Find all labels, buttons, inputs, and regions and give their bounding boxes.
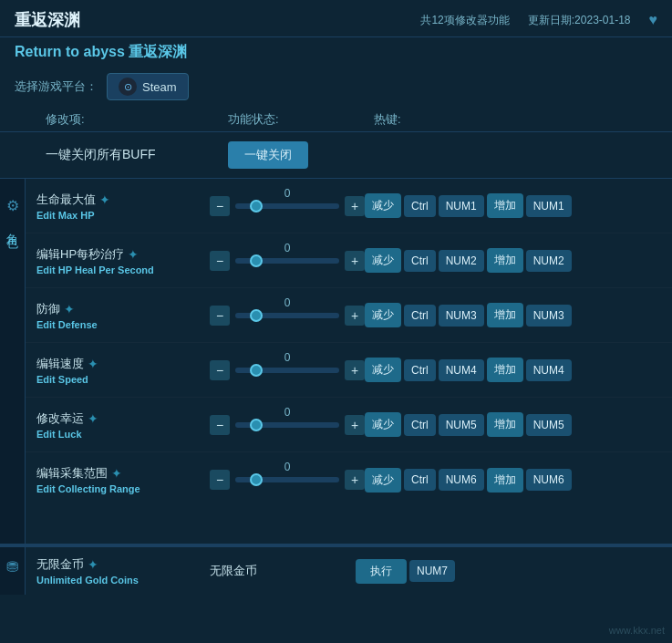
slider-plus-0[interactable]: + — [345, 196, 365, 216]
increase-btn-3[interactable]: 增加 — [487, 358, 523, 382]
slider-minus-4[interactable]: − — [210, 415, 230, 435]
decrease-btn-5[interactable]: 减少 — [365, 468, 401, 493]
slider-thumb-2 — [250, 309, 263, 322]
slider-plus-4[interactable]: + — [345, 415, 365, 435]
decrease-btn-3[interactable]: 减少 — [365, 358, 401, 382]
ctrl-btn-4[interactable]: Ctrl — [404, 414, 436, 436]
slider-track-4[interactable]: 0 — [235, 422, 339, 428]
increase-btn-5[interactable]: 增加 — [487, 468, 523, 493]
execute-button[interactable]: 执行 — [356, 559, 407, 584]
mod-info-3: 编辑速度 ✦ Edit Speed — [36, 356, 210, 385]
num-inc-btn-1[interactable]: NUM2 — [526, 250, 572, 272]
num-dec-btn-2[interactable]: NUM3 — [439, 305, 484, 327]
mod-info-0: 生命最大值 ✦ Edit Max HP — [36, 192, 210, 221]
hotkey-area-0: 减少 Ctrl NUM1 增加 NUM1 — [365, 193, 661, 218]
mod-name-en-0: Edit Max HP — [36, 210, 210, 221]
mod-info-5: 编辑采集范围 ✦ Edit Collecting Range — [36, 465, 210, 494]
mod-info-4: 修改幸运 ✦ Edit Luck — [36, 410, 210, 440]
increase-btn-0[interactable]: 增加 — [487, 193, 523, 218]
num-inc-btn-5[interactable]: NUM6 — [526, 469, 572, 491]
bottom-section: ⛃ 无限金币 ✦ Unlimited Gold Coins 无限金币 执行 NU… — [0, 545, 672, 595]
slider-plus-1[interactable]: + — [345, 251, 365, 271]
onekey-row: 一键关闭所有BUFF 一键关闭 — [0, 132, 672, 179]
increase-btn-2[interactable]: 增加 — [487, 303, 523, 327]
ctrl-btn-3[interactable]: Ctrl — [404, 359, 436, 381]
slider-value-0: 0 — [278, 187, 296, 200]
mod-info-2: 防御 ✦ Edit Defense — [36, 301, 210, 330]
slider-area-2: − 0 + — [210, 306, 365, 326]
num-inc-btn-4[interactable]: NUM5 — [526, 414, 572, 436]
bottom-status-text: 无限金币 — [210, 563, 257, 579]
subtitle: Return to abyss 重返深渊 — [0, 37, 672, 69]
slider-wrapper-3: 0 — [235, 368, 339, 373]
slider-area-0: − 0 + — [210, 196, 365, 216]
num-inc-btn-3[interactable]: NUM4 — [526, 359, 572, 381]
bottom-hotkey: 执行 NUM7 — [356, 559, 661, 584]
ctrl-btn-1[interactable]: Ctrl — [404, 250, 436, 272]
steam-logo-icon: ⊙ — [119, 78, 137, 96]
star-icon-2: ✦ — [64, 302, 75, 316]
slider-plus-2[interactable]: + — [345, 306, 365, 326]
slider-minus-0[interactable]: − — [210, 196, 230, 216]
num-inc-btn-2[interactable]: NUM3 — [526, 305, 572, 327]
decrease-btn-4[interactable]: 减少 — [365, 412, 401, 437]
ctrl-btn-0[interactable]: Ctrl — [404, 195, 436, 217]
star-icon-4: ✦ — [88, 411, 98, 426]
star-icon-1: ✦ — [128, 247, 139, 262]
slider-wrapper-2: 0 — [235, 313, 339, 318]
mod-name-en-1: Edit HP Heal Per Second — [36, 264, 210, 275]
bottom-num-btn[interactable]: NUM7 — [409, 560, 455, 582]
bottom-content: 无限金币 ✦ Unlimited Gold Coins 无限金币 执行 NUM7 — [26, 547, 672, 595]
num-dec-btn-4[interactable]: NUM5 — [439, 414, 484, 436]
slider-minus-5[interactable]: − — [210, 470, 230, 490]
num-dec-btn-1[interactable]: NUM2 — [439, 250, 484, 272]
slider-track-2[interactable]: 0 — [235, 313, 339, 318]
platform-label: 选择游戏平台： — [15, 78, 98, 95]
person-icon: ⚙ — [6, 197, 19, 214]
slider-minus-1[interactable]: − — [210, 251, 230, 271]
col-header-hotkey: 热键: — [374, 111, 657, 128]
num-dec-btn-3[interactable]: NUM4 — [439, 359, 484, 381]
slider-thumb-1 — [250, 254, 263, 267]
ctrl-btn-5[interactable]: Ctrl — [404, 469, 436, 491]
slider-minus-2[interactable]: − — [210, 306, 230, 326]
star-icon-0: ✦ — [99, 192, 110, 207]
num-dec-btn-0[interactable]: NUM1 — [439, 195, 484, 217]
decrease-btn-2[interactable]: 减少 — [365, 303, 401, 327]
slider-value-3: 0 — [278, 351, 296, 364]
decrease-btn-1[interactable]: 减少 — [365, 248, 401, 273]
onekey-button[interactable]: 一键关闭 — [228, 141, 308, 169]
slider-minus-3[interactable]: − — [210, 360, 230, 380]
modifiers-list: 生命最大值 ✦ Edit Max HP − 0 + 减少 Ctrl NUM1 — [26, 179, 672, 544]
table-row: 编辑采集范围 ✦ Edit Collecting Range − 0 + 减少 … — [26, 452, 672, 507]
heart-icon[interactable]: ♥ — [649, 12, 658, 28]
hotkey-area-5: 减少 Ctrl NUM6 增加 NUM6 — [365, 468, 661, 493]
col-header-status: 功能状态: — [228, 111, 374, 128]
bottom-star-icon: ✦ — [88, 557, 98, 572]
num-dec-btn-5[interactable]: NUM6 — [439, 469, 484, 491]
slider-track-0[interactable]: 0 — [235, 203, 339, 209]
increase-btn-1[interactable]: 增加 — [487, 248, 523, 273]
bottom-mod-name-cn: 无限金币 ✦ — [36, 556, 210, 573]
onekey-label: 一键关闭所有BUFF — [46, 147, 228, 163]
decrease-btn-0[interactable]: 减少 — [365, 193, 401, 218]
total-features: 共12项修改器功能 — [420, 13, 509, 28]
column-headers: 修改项: 功能状态: 热键: — [0, 108, 672, 132]
ctrl-btn-2[interactable]: Ctrl — [404, 305, 436, 327]
slider-track-5[interactable]: 0 — [235, 477, 339, 482]
mod-name-cn-0: 生命最大值 ✦ — [36, 192, 210, 208]
slider-value-1: 0 — [278, 242, 296, 254]
slider-plus-5[interactable]: + — [345, 470, 365, 490]
table-row: 防御 ✦ Edit Defense − 0 + 减少 Ctrl NUM3 — [26, 288, 672, 343]
slider-wrapper-1: 0 — [235, 258, 339, 264]
sidebar-label: 角色 — [5, 223, 21, 231]
slider-plus-3[interactable]: + — [345, 360, 365, 380]
bottom-mod-name-en: Unlimited Gold Coins — [36, 575, 210, 586]
num-inc-btn-0[interactable]: NUM1 — [526, 195, 572, 217]
slider-track-3[interactable]: 0 — [235, 368, 339, 373]
increase-btn-4[interactable]: 增加 — [487, 412, 523, 437]
platform-button[interactable]: ⊙ Steam — [107, 73, 189, 100]
slider-wrapper-4: 0 — [235, 422, 339, 428]
main-content: ⚙ 角色 生命最大值 ✦ Edit Max HP − 0 — [0, 179, 672, 544]
slider-track-1[interactable]: 0 — [235, 258, 339, 264]
